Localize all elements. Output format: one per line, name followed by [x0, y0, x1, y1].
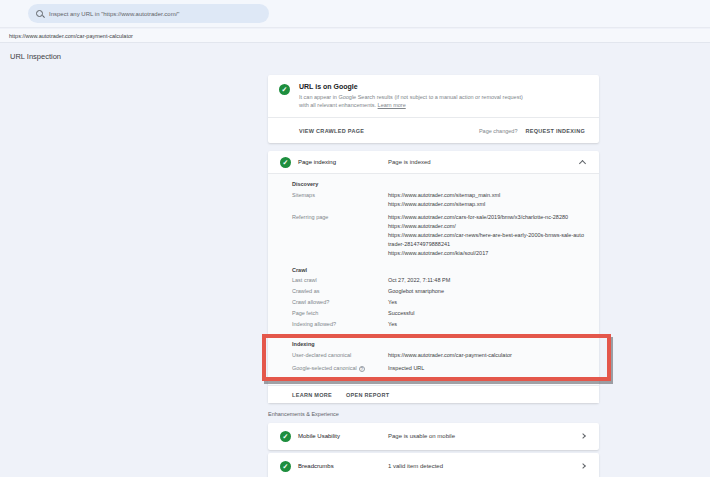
discovery-header: Discovery [292, 181, 585, 187]
verdict-card-footer: VIEW CRAWLED PAGE Page changed? REQUEST … [268, 117, 599, 143]
chevron-right-icon [580, 463, 586, 469]
page-fetch-value: Successful [388, 309, 585, 318]
inspected-url-row: https://www.autotrader.com/car-payment-c… [0, 29, 710, 43]
referring-url: https://www.autotrader.com/car-news/here… [388, 231, 585, 249]
sitemap-url: https://www.autotrader.com/sitemap_main.… [388, 191, 585, 200]
user-canonical-row: User-declared canonical https://www.auto… [292, 351, 585, 360]
sitemaps-values: https://www.autotrader.com/sitemap_main.… [388, 191, 585, 209]
crawl-row: Crawl allowed? Yes [292, 298, 585, 307]
crawled-as-label: Crawled as [292, 287, 388, 296]
verdict-card: ✓ URL is on Google It can appear in Goog… [268, 75, 599, 143]
open-report-button[interactable]: OPEN REPORT [346, 392, 389, 398]
google-canonical-row: Google-selected canonical? Inspected URL [292, 364, 585, 373]
chevron-right-icon [580, 433, 586, 439]
main-content: ✓ URL is on Google It can appear in Goog… [268, 75, 599, 477]
top-bar: Inspect any URL in "https://www.autotrad… [0, 0, 710, 28]
page-fetch-label: Page fetch [292, 309, 388, 318]
referring-url: https://www.autotrader.com/ [388, 222, 585, 231]
page-indexing-card: ✓ Page indexing Page is indexed Discover… [268, 151, 599, 403]
page-indexing-label: Page indexing [298, 159, 336, 165]
referring-page-row: Referring page https://www.autotrader.co… [292, 213, 585, 258]
crawl-row: Crawled as Googlebot smartphone [292, 287, 585, 296]
google-selected-canonical-value: Inspected URL [388, 364, 585, 373]
request-indexing-button[interactable]: REQUEST INDEXING [525, 128, 585, 134]
crawl-header: Crawl [292, 267, 585, 273]
url-inspection-screen: Inspect any URL in "https://www.autotrad… [0, 0, 710, 477]
crawl-row: Indexing allowed? Yes [292, 320, 585, 329]
verdict-description-text: It can appear in Google Search results (… [299, 94, 523, 108]
crawled-as-value: Googlebot smartphone [388, 287, 585, 296]
chevron-up-icon[interactable] [579, 160, 586, 167]
verdict-card-header: ✓ URL is on Google It can appear in Goog… [268, 75, 599, 117]
search-placeholder: Inspect any URL in "https://www.autotrad… [49, 11, 179, 17]
learn-more-link[interactable]: Learn more [378, 102, 406, 108]
indexing-section: Indexing User-declared canonical https:/… [292, 341, 585, 375]
user-declared-canonical-value: https://www.autotrader.com/car-payment-c… [388, 351, 585, 360]
success-check-icon: ✓ [279, 84, 290, 95]
url-inspect-search-input[interactable]: Inspect any URL in "https://www.autotrad… [28, 4, 269, 23]
page-indexing-footer: LEARN MORE OPEN REPORT [268, 385, 599, 403]
indexing-header: Indexing [292, 341, 585, 347]
indexing-allowed-label: Indexing allowed? [292, 320, 388, 329]
mobile-usability-card[interactable]: ✓ Mobile Usability Page is usable on mob… [268, 423, 599, 450]
crawl-allowed-value: Yes [388, 298, 585, 307]
crawl-allowed-label: Crawl allowed? [292, 298, 388, 307]
learn-more-button[interactable]: LEARN MORE [292, 392, 332, 398]
page-title: URL Inspection [10, 52, 61, 61]
breadcrumb-inspected-url[interactable]: https://www.autotrader.com/car-payment-c… [9, 33, 133, 39]
page-indexing-status: Page is indexed [388, 159, 431, 165]
success-check-icon: ✓ [280, 431, 291, 442]
sitemap-url: https://www.autotrader.com/sitemap.xml [388, 200, 585, 209]
view-crawled-page-button[interactable]: VIEW CRAWLED PAGE [299, 128, 364, 134]
help-icon[interactable]: ? [359, 366, 365, 372]
user-declared-canonical-label: User-declared canonical [292, 351, 388, 360]
google-selected-canonical-text: Google-selected canonical [292, 365, 357, 371]
last-crawl-label: Last crawl [292, 276, 388, 285]
verdict-title: URL is on Google [299, 83, 358, 90]
page-changed-label: Page changed? [479, 128, 518, 134]
page-indexing-body: Discovery Sitemaps https://www.autotrade… [268, 174, 599, 403]
verdict-description: It can appear in Google Search results (… [299, 94, 527, 109]
breadcrumbs-label: Breadcrumbs [298, 463, 334, 469]
google-selected-canonical-label: Google-selected canonical? [292, 364, 388, 373]
referring-page-values: https://www.autotrader.com/cars-for-sale… [388, 213, 585, 258]
mobile-usability-label: Mobile Usability [298, 433, 340, 439]
page-indexing-header[interactable]: ✓ Page indexing Page is indexed [268, 151, 599, 174]
referring-url: https://www.autotrader.com/cars-for-sale… [388, 213, 585, 222]
crawl-row: Page fetch Successful [292, 309, 585, 318]
breadcrumbs-card[interactable]: ✓ Breadcrumbs 1 valid item detected [268, 453, 599, 477]
sitemaps-row: Sitemaps https://www.autotrader.com/site… [292, 191, 585, 209]
crawl-row: Last crawl Oct 27, 2022, 7:11:48 PM [292, 276, 585, 285]
mobile-usability-status: Page is usable on mobile [388, 433, 455, 439]
crawl-section: Crawl Last crawl Oct 27, 2022, 7:11:48 P… [292, 267, 585, 328]
indexing-allowed-value: Yes [388, 320, 585, 329]
success-check-icon: ✓ [280, 157, 291, 168]
search-icon [36, 10, 43, 17]
breadcrumbs-status: 1 valid item detected [388, 463, 443, 469]
success-check-icon: ✓ [280, 461, 291, 472]
enhancements-header: Enhancements & Experience [268, 411, 599, 417]
sitemaps-label: Sitemaps [292, 191, 388, 209]
discovery-section: Discovery Sitemaps https://www.autotrade… [292, 181, 585, 258]
last-crawl-value: Oct 27, 2022, 7:11:48 PM [388, 276, 585, 285]
referring-page-label: Referring page [292, 213, 388, 258]
referring-url: https://www.autotrader.com/kia/soul/2017 [388, 249, 585, 258]
